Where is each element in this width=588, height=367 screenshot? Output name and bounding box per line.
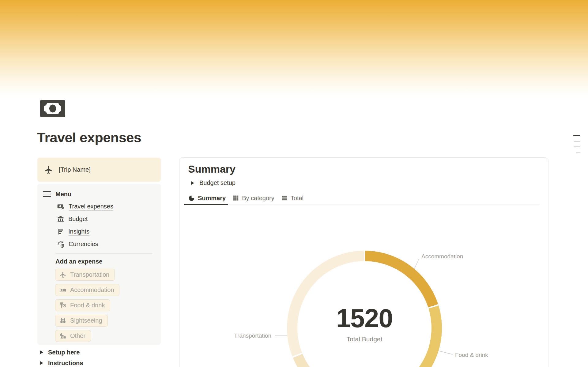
toggle-label: Setup here: [48, 349, 80, 356]
tab-label: By category: [242, 195, 274, 202]
bank-icon: [57, 215, 64, 223]
add-transportation-button[interactable]: Transportation: [55, 269, 115, 281]
banknote-icon[interactable]: [40, 100, 65, 117]
menu-link-insights[interactable]: Insights: [57, 228, 161, 235]
tab-label: Summary: [198, 195, 226, 202]
binoculars-icon: [59, 317, 66, 324]
menu-header: Menu: [43, 190, 161, 198]
expense-button-label: Accommodation: [70, 286, 114, 294]
toggle-triangle-icon: [40, 350, 43, 354]
toggle-setup-here[interactable]: Setup here: [40, 348, 80, 357]
total-budget-value: 1520: [336, 305, 393, 331]
view-tabs: Summary By category Total: [188, 192, 540, 204]
bed-icon: [59, 286, 66, 294]
tab-total[interactable]: Total: [281, 192, 303, 204]
add-accommodation-button[interactable]: Accommodation: [55, 284, 119, 296]
menu-link-budget[interactable]: Budget: [57, 215, 161, 223]
segment-label-transportation: Transportation: [230, 332, 271, 339]
outline-indicator[interactable]: [573, 135, 580, 153]
currency-exchange-icon: [57, 241, 65, 248]
add-sightseeing-button[interactable]: Sightseeing: [55, 315, 108, 327]
outline-bar[interactable]: [576, 152, 580, 153]
shapes-icon: [59, 332, 66, 339]
expense-button-label: Transportation: [70, 271, 109, 278]
menu-panel: Menu Travel expenses Budget: [37, 184, 161, 345]
toggle-triangle-icon: [191, 181, 194, 185]
outline-bar[interactable]: [574, 146, 580, 147]
toggle-budget-setup[interactable]: Budget setup: [191, 179, 236, 186]
expense-button-label: Other: [70, 332, 85, 339]
toggle-label: Budget setup: [199, 179, 236, 186]
outline-bar[interactable]: [573, 135, 580, 136]
airplane-icon: [44, 165, 53, 174]
menu-link-label: Currencies: [69, 241, 98, 248]
tab-label: Total: [291, 195, 303, 202]
summary-card: Summary Budget setup Summary By category: [179, 157, 548, 367]
toggle-instructions[interactable]: Instructions: [40, 359, 83, 367]
expense-button-label: Sightseeing: [70, 317, 102, 324]
trip-name-text: [Trip Name]: [59, 166, 91, 173]
divider: [55, 253, 153, 254]
page-title[interactable]: Travel expenses: [37, 130, 141, 146]
expense-button-label: Food & drink: [70, 302, 105, 309]
airplane-icon: [59, 271, 66, 278]
pie-chart-icon: [188, 195, 195, 202]
menu-link-label: Insights: [68, 228, 89, 236]
menu-link-travel-expenses[interactable]: Travel expenses: [57, 203, 161, 210]
food-icon: [59, 302, 66, 309]
add-expense-title: Add an expense: [55, 258, 161, 265]
menu-link-currencies[interactable]: Currencies: [57, 241, 161, 248]
tab-summary[interactable]: Summary: [188, 192, 226, 204]
donut-chart: 1520 Total Budget: [287, 251, 442, 367]
rows-icon: [281, 195, 288, 201]
toggle-triangle-icon: [40, 361, 43, 365]
toggle-label: Instructions: [48, 360, 83, 367]
add-other-button[interactable]: Other: [55, 330, 91, 342]
segment-label-food-drink: Food & drink: [455, 352, 488, 358]
banknote-link-icon: [57, 203, 65, 211]
menu-title: Menu: [55, 191, 71, 198]
hamburger-icon: [43, 191, 51, 197]
trip-name-callout[interactable]: [Trip Name]: [37, 158, 161, 182]
tab-by-category[interactable]: By category: [232, 192, 274, 204]
grid-icon: [232, 195, 239, 201]
bar-chart-icon: [57, 228, 64, 235]
segment-label-accommodation: Accommodation: [421, 253, 463, 260]
summary-card-title: Summary: [188, 163, 236, 175]
outline-bar[interactable]: [574, 141, 580, 142]
add-food-drink-button[interactable]: Food & drink: [55, 299, 110, 311]
page-cover-gradient: [0, 0, 588, 95]
menu-link-label: Travel expenses: [69, 203, 113, 211]
total-budget-label: Total Budget: [347, 335, 383, 343]
menu-link-label: Budget: [68, 215, 88, 223]
